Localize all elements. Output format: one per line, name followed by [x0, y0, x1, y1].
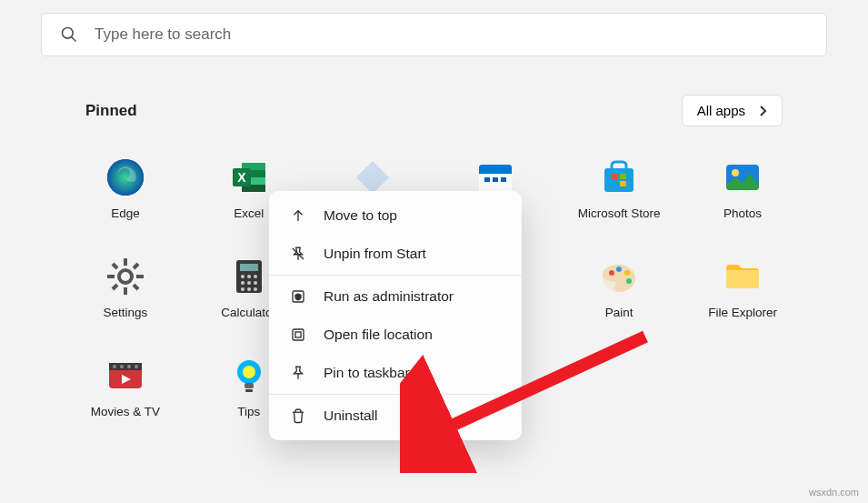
pinned-heading: Pinned [85, 102, 137, 120]
menu-open-file-location[interactable]: Open file location [269, 316, 522, 354]
svg-rect-65 [293, 329, 304, 340]
svg-rect-21 [612, 181, 618, 186]
svg-rect-19 [612, 174, 618, 179]
menu-label: Unpin from Start [324, 246, 426, 262]
pin-icon [289, 364, 307, 382]
app-label: Tips [237, 405, 260, 418]
menu-unpin-from-start[interactable]: Unpin from Start [269, 235, 522, 273]
svg-point-25 [119, 270, 132, 283]
svg-point-38 [254, 275, 257, 278]
arrow-up-icon [289, 206, 307, 225]
svg-point-52 [113, 365, 116, 368]
svg-point-44 [254, 287, 257, 291]
menu-move-to-top[interactable]: Move to top [269, 196, 522, 235]
menu-label: Move to top [324, 207, 397, 224]
tips-icon [229, 356, 269, 396]
menu-divider [269, 275, 522, 276]
app-label: Microsoft Store [578, 206, 661, 220]
svg-rect-60 [245, 389, 253, 392]
menu-run-as-administrator[interactable]: Run as administrator [269, 277, 522, 316]
folder-icon [723, 257, 763, 297]
svg-point-46 [609, 270, 614, 276]
svg-rect-14 [479, 174, 512, 192]
svg-rect-16 [493, 177, 498, 182]
svg-rect-59 [244, 383, 254, 388]
svg-point-40 [247, 281, 251, 285]
svg-rect-22 [620, 181, 626, 186]
svg-rect-13 [479, 165, 512, 174]
svg-rect-18 [604, 168, 634, 192]
svg-rect-35 [240, 264, 258, 271]
svg-point-47 [616, 267, 622, 272]
app-label: Photos [723, 206, 762, 220]
app-label: Settings [104, 306, 148, 319]
svg-rect-15 [484, 177, 490, 182]
app-microsoft-store[interactable]: Microsoft Store [557, 148, 681, 229]
app-label: Excel [234, 206, 264, 220]
menu-uninstall[interactable]: Uninstall [269, 397, 522, 435]
svg-point-53 [120, 365, 124, 368]
svg-rect-20 [620, 174, 626, 179]
svg-line-1 [72, 37, 76, 42]
calculator-icon [229, 257, 269, 297]
all-apps-button[interactable]: All apps [682, 95, 783, 126]
svg-point-36 [241, 275, 244, 278]
search-icon [60, 25, 78, 44]
edge-icon [105, 157, 145, 197]
menu-label: Run as administrator [324, 288, 454, 305]
menu-label: Uninstall [324, 407, 377, 424]
svg-text:X: X [237, 170, 246, 185]
settings-icon [105, 257, 145, 297]
all-apps-label: All apps [697, 103, 745, 118]
svg-point-54 [127, 365, 131, 368]
store-icon [599, 157, 639, 197]
svg-point-24 [732, 169, 739, 176]
watermark: wsxdn.com [809, 487, 859, 498]
svg-rect-66 [295, 332, 301, 337]
app-label: Movies & TV [91, 405, 160, 418]
file-location-icon [289, 326, 307, 344]
svg-line-30 [113, 264, 117, 268]
svg-point-49 [626, 278, 632, 284]
trash-icon [289, 407, 307, 425]
app-label: Calculator [221, 306, 276, 319]
svg-line-32 [113, 285, 117, 289]
svg-point-39 [241, 281, 244, 285]
app-label: File Explorer [708, 306, 777, 319]
svg-rect-17 [501, 177, 506, 182]
svg-point-42 [241, 287, 244, 291]
app-edge[interactable]: Edge [64, 148, 187, 229]
svg-point-48 [624, 270, 630, 276]
photos-icon [723, 157, 763, 197]
svg-marker-11 [356, 161, 389, 194]
svg-point-55 [135, 365, 138, 368]
excel-icon: X [229, 157, 269, 197]
svg-point-0 [63, 28, 74, 39]
chevron-right-icon [758, 105, 767, 117]
app-photos[interactable]: Photos [681, 148, 804, 229]
svg-point-3 [107, 159, 144, 196]
context-menu: Move to top Unpin from Start Run as admi… [269, 191, 522, 440]
svg-point-58 [243, 366, 255, 378]
app-settings[interactable]: Settings [64, 247, 187, 328]
app-label: Paint [605, 306, 634, 319]
svg-point-37 [247, 275, 251, 278]
app-movies-tv[interactable]: Movies & TV [64, 347, 187, 428]
app-paint[interactable]: Paint [557, 247, 681, 328]
svg-point-41 [254, 281, 257, 285]
movies-icon [105, 356, 145, 396]
menu-label: Pin to taskbar [324, 365, 410, 381]
menu-label: Open file location [324, 327, 433, 343]
menu-pin-to-taskbar[interactable]: Pin to taskbar [269, 354, 522, 392]
paint-icon [599, 257, 639, 297]
search-placeholder: Type here to search [95, 25, 231, 44]
svg-point-43 [247, 287, 251, 291]
svg-line-31 [134, 285, 138, 289]
search-bar[interactable]: Type here to search [41, 13, 827, 56]
svg-line-33 [134, 264, 138, 268]
app-file-explorer[interactable]: File Explorer [681, 247, 804, 328]
shield-icon [289, 287, 307, 306]
unpin-icon [289, 245, 307, 263]
app-label: Edge [111, 206, 140, 220]
menu-divider [269, 394, 522, 395]
